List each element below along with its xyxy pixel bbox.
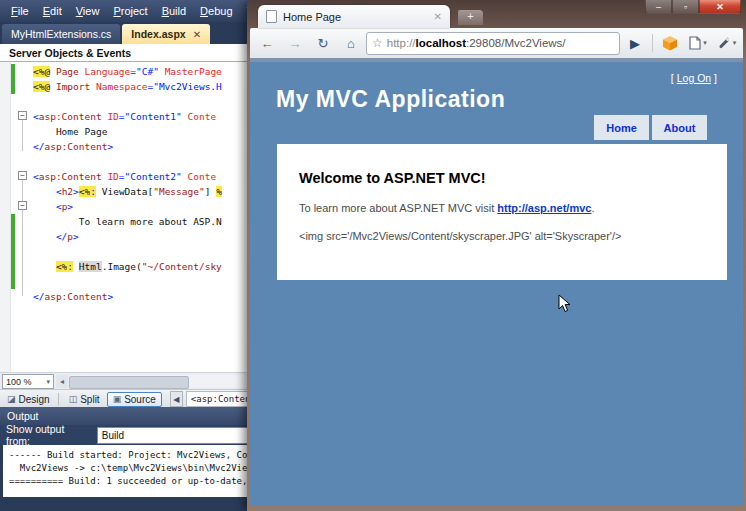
menu-item-about[interactable]: About — [652, 115, 707, 140]
browser-titlebar[interactable]: Home Page ✕ + – ▫ ✕ — [250, 0, 743, 28]
vs-menubar: FileEditViewProjectBuildDebugTeamData — [0, 0, 264, 22]
back-button[interactable]: ← — [254, 31, 280, 55]
site-menu: Home About — [594, 115, 707, 140]
output-panel-title: Output — [7, 410, 39, 422]
fold-guide-line — [22, 120, 23, 151]
editor-navigation-dropdown[interactable]: Server Objects & Events — [0, 44, 260, 62]
design-view-label: Design — [19, 394, 50, 405]
indicator-margin — [0, 62, 11, 372]
extension-cube-button[interactable] — [657, 31, 683, 55]
browser-tab-title: Home Page — [283, 11, 434, 23]
show-output-from-label: Show output from: — [0, 423, 97, 447]
output-toolbar: Show output from: Build — [0, 425, 260, 445]
close-button[interactable]: ✕ — [699, 0, 741, 14]
fold-toggle-icon[interactable]: − — [18, 171, 27, 180]
vs-menu-debug[interactable]: Debug — [193, 3, 239, 19]
window-controls: – ▫ ✕ — [645, 0, 741, 14]
design-view-button[interactable]: ◪ Design — [2, 393, 55, 406]
chevron-down-icon: ▾ — [46, 378, 50, 386]
new-tab-button[interactable]: + — [458, 10, 483, 25]
source-view-icon: ▣ — [113, 394, 122, 404]
minimize-button[interactable]: – — [645, 0, 672, 14]
split-view-icon: ◫ — [69, 394, 78, 404]
chevron-down-icon: ▾ — [733, 39, 737, 47]
orange-cube-icon — [662, 35, 678, 51]
page-icon — [689, 36, 701, 50]
divider — [652, 34, 653, 52]
forward-arrow-icon: → — [289, 36, 302, 51]
go-arrow-icon: ▶ — [630, 36, 640, 51]
vs-tab-myhtmlextensions[interactable]: MyHtmlExtensions.cs — [2, 24, 120, 44]
tab-close-icon[interactable]: ✕ — [434, 11, 442, 22]
divider — [58, 393, 59, 405]
vs-menu-project[interactable]: Project — [106, 3, 154, 19]
chevron-down-icon: ▾ — [703, 39, 707, 47]
fold-toggle-icon[interactable]: − — [18, 111, 27, 120]
browser-window: Home Page ✕ + – ▫ ✕ ← → ↻ ⌂ ☆ http://loc… — [247, 0, 746, 511]
output-line: Mvc2Views -> c:\temp\Mvc2Views\bin\Mvc2V… — [9, 462, 260, 475]
logon-area: [ Log On ] — [671, 72, 717, 84]
change-tracking-bar — [11, 64, 15, 94]
navbar-label: Server Objects & Events — [0, 47, 131, 59]
vs-menu-edit[interactable]: Edit — [36, 3, 69, 19]
source-view-label: Source — [124, 394, 156, 405]
home-button[interactable]: ⌂ — [338, 31, 364, 55]
page-favicon-icon — [266, 10, 277, 23]
vs-tab-index-aspx[interactable]: Index.aspx ✕ — [122, 24, 210, 44]
vs-menu-view[interactable]: View — [69, 3, 107, 19]
wrench-menu-button[interactable]: ▾ — [713, 31, 739, 55]
fold-guide-line — [22, 180, 23, 296]
output-source-value: Build — [102, 430, 124, 441]
design-view-icon: ◪ — [7, 394, 16, 404]
page-menu-button[interactable]: ▾ — [685, 31, 711, 55]
menu-item-home[interactable]: Home — [594, 115, 649, 140]
img-literal-text: <img src='/Mvc2Views/Content/skyscraper.… — [299, 230, 705, 242]
output-text[interactable]: ------ Build started: Project: Mvc2Views… — [3, 445, 260, 497]
reload-button[interactable]: ↻ — [310, 31, 336, 55]
browser-tab-home-page[interactable]: Home Page ✕ — [258, 5, 450, 28]
tab-close-icon[interactable]: ✕ — [193, 29, 201, 40]
output-line: ------ Build started: Project: Mvc2Views… — [9, 449, 260, 462]
horizontal-scrollbar[interactable] — [69, 375, 259, 388]
learn-more-paragraph: To learn more about ASP.NET MVC visit ht… — [299, 202, 705, 214]
vs-tab-label: MyHtmlExtensions.cs — [11, 28, 111, 40]
breadcrumb-collapse-icon[interactable]: ◀ — [170, 391, 183, 407]
log-on-link[interactable]: Log On — [677, 72, 711, 84]
site-title: My MVC Application — [276, 86, 505, 113]
go-button[interactable]: ▶ — [622, 31, 648, 55]
main-content-box: Welcome to ASP.NET MVC! To learn more ab… — [277, 144, 727, 280]
minimize-icon: – — [656, 2, 661, 12]
output-line: ========== Build: 1 succeeded or up-to-d… — [9, 475, 260, 488]
close-icon: ✕ — [716, 2, 724, 12]
vs-tab-label: Index.aspx — [131, 28, 185, 40]
welcome-heading: Welcome to ASP.NET MVC! — [299, 170, 705, 186]
address-bar[interactable]: ☆ http://localhost:29808/Mvc2Views/ — [366, 32, 620, 55]
scrollbar-thumb[interactable] — [69, 376, 189, 389]
home-icon: ⌂ — [347, 36, 355, 51]
mouse-cursor — [558, 294, 571, 313]
url-text: http://localhost:29808/Mvc2Views/ — [387, 37, 566, 49]
plus-icon: + — [467, 10, 473, 22]
maximize-button[interactable]: ▫ — [672, 0, 699, 14]
split-view-button[interactable]: ◫ Split — [64, 393, 105, 406]
forward-button[interactable]: → — [282, 31, 308, 55]
vs-menu-file[interactable]: File — [4, 3, 36, 19]
browser-toolbar: ← → ↻ ⌂ ☆ http://localhost:29808/Mvc2Vie… — [250, 28, 743, 58]
fold-toggle-icon[interactable]: − — [18, 201, 27, 210]
editor-zoom-combo[interactable]: 100 % ▾ — [2, 374, 54, 389]
web-page: [ Log On ] My MVC Application Home About… — [250, 58, 743, 506]
asp-net-mvc-link[interactable]: http://asp.net/mvc — [497, 202, 591, 214]
zoom-level: 100 % — [6, 377, 32, 387]
bookmark-star-icon[interactable]: ☆ — [372, 36, 383, 50]
fold-margin: −−− — [16, 62, 31, 372]
split-view-label: Split — [80, 394, 99, 405]
source-view-button[interactable]: ▣ Source — [107, 392, 162, 407]
view-switch-bar: ◪ Design ◫ Split ▣ Source ◀ <asp:Content… — [0, 389, 260, 408]
vs-menu-build[interactable]: Build — [155, 3, 193, 19]
scroll-left-icon[interactable]: ◂ — [56, 375, 68, 388]
vs-document-tabstrip: MyHtmlExtensions.cs Index.aspx ✕ — [0, 22, 262, 44]
editor-bottom-scroll-row: 100 % ▾ ◂ — [0, 372, 260, 390]
output-source-combo[interactable]: Build — [97, 427, 260, 444]
wrench-icon — [716, 36, 731, 51]
back-arrow-icon: ← — [261, 36, 274, 51]
